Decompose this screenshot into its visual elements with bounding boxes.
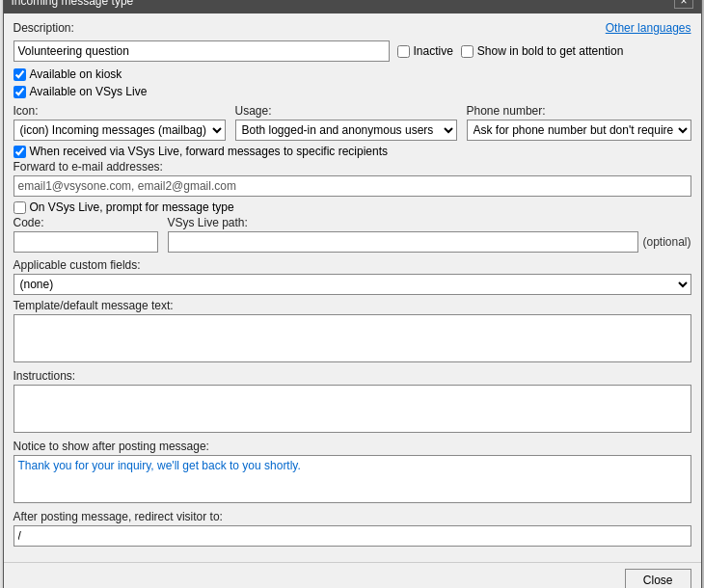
phone-label: Phone number: [467,104,691,118]
available-vsys-checkbox[interactable] [14,86,26,98]
icon-select[interactable]: (icon) Incoming messages (mailbag) [14,120,226,141]
code-path-row: Code: VSys Live path: (optional) [14,216,691,253]
vsys-live-prompt-label[interactable]: On VSys Live, prompt for message type [14,200,691,214]
icon-col: Icon: (icon) Incoming messages (mailbag) [14,104,226,141]
template-section: Template/default message text: [14,299,691,365]
available-kiosk-checkbox[interactable] [14,68,26,81]
custom-fields-label: Applicable custom fields: [14,258,691,272]
inactive-checkbox-label[interactable]: Inactive [397,44,453,58]
vsys-live-prompt-checkbox[interactable] [14,201,26,214]
path-with-optional: (optional) [168,231,691,253]
template-textarea[interactable] [14,314,691,362]
when-received-text: When received via VSys Live, forward mes… [30,145,389,158]
when-received-label[interactable]: When received via VSys Live, forward mes… [14,145,389,158]
title-close-button[interactable]: × [674,0,692,9]
code-section: Code: [14,216,158,253]
availability-row: Available on kiosk [14,67,691,81]
show-bold-checkbox[interactable] [461,45,474,58]
redirect-input[interactable] [14,525,691,547]
forward-input[interactable] [14,175,691,197]
instructions-section: Instructions: [14,369,691,436]
usage-select[interactable]: Both logged-in and anonymous users [235,120,457,141]
forward-label: Forward to e-mail addresses: [14,160,691,174]
inactive-label: Inactive [414,44,453,58]
available-vsys-label[interactable]: Available on VSys Live [14,85,148,98]
available-vsys-text: Available on VSys Live [30,85,148,98]
template-label: Template/default message text: [14,299,691,312]
dialog: Incoming message type × Description: Oth… [3,0,702,588]
description-label: Description: [14,21,74,35]
close-button[interactable]: Close [625,569,691,588]
path-label: VSys Live path: [168,216,691,229]
optional-text: (optional) [638,235,690,249]
instructions-label: Instructions: [14,369,691,383]
forward-section: Forward to e-mail addresses: [14,160,691,197]
usage-col: Usage: Both logged-in and anonymous user… [235,104,457,141]
notice-section: Notice to show after posting message: [14,440,691,506]
vsys-live-prompt-row: On VSys Live, prompt for message type [14,200,691,214]
code-label: Code: [14,216,158,229]
path-section: VSys Live path: (optional) [168,216,691,253]
custom-fields-select[interactable]: (none) [14,274,691,295]
description-input[interactable] [14,40,390,62]
path-input[interactable] [168,231,639,253]
phone-col: Phone number: Ask for phone number but d… [467,104,691,141]
when-received-checkbox[interactable] [14,146,26,158]
redirect-label: After posting message, redirect visitor … [14,510,691,523]
inactive-checkbox[interactable] [397,45,410,58]
dialog-title: Incoming message type [12,0,134,8]
notice-textarea[interactable] [14,455,691,503]
vsys-availability-row: Available on VSys Live [14,85,691,98]
when-received-row: When received via VSys Live, forward mes… [14,145,691,158]
show-bold-label: Show in bold to get attention [477,44,623,58]
phone-select[interactable]: Ask for phone number but don't require i… [467,120,691,141]
icon-label: Icon: [14,104,226,118]
title-bar: Incoming message type × [4,0,701,13]
code-input[interactable] [14,231,158,253]
description-row: Inactive Show in bold to get attention [14,40,691,62]
vsys-live-prompt-text: On VSys Live, prompt for message type [30,200,234,214]
show-bold-checkbox-label[interactable]: Show in bold to get attention [461,44,623,58]
notice-label: Notice to show after posting message: [14,440,691,453]
bottom-bar: Close [4,562,701,588]
custom-fields-section: Applicable custom fields: (none) [14,258,691,295]
redirect-section: After posting message, redirect visitor … [14,510,691,547]
instructions-textarea[interactable] [14,385,691,433]
usage-label: Usage: [235,104,457,118]
other-languages-link[interactable]: Other languages [606,21,691,35]
dialog-content: Description: Other languages Inactive Sh… [4,13,701,558]
top-row: Description: Other languages [14,21,691,37]
available-kiosk-label[interactable]: Available on kiosk [14,67,122,81]
icon-usage-phone-row: Icon: (icon) Incoming messages (mailbag)… [14,104,691,141]
available-kiosk-text: Available on kiosk [30,67,122,81]
